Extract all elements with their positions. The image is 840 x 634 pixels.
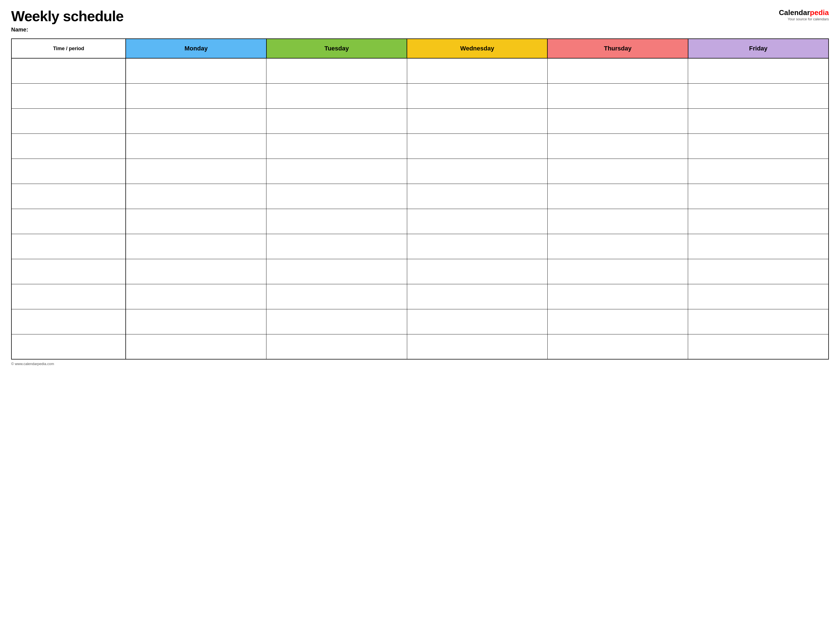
schedule-cell[interactable] — [688, 209, 829, 234]
table-row — [11, 58, 829, 83]
logo-section: Calendarpedia Your source for calendars — [779, 8, 829, 21]
time-cell[interactable] — [11, 83, 126, 109]
schedule-cell[interactable] — [126, 234, 266, 259]
schedule-cell[interactable] — [267, 184, 407, 209]
schedule-cell[interactable] — [547, 234, 688, 259]
schedule-cell[interactable] — [688, 234, 829, 259]
schedule-cell[interactable] — [688, 58, 829, 83]
schedule-cell[interactable] — [407, 159, 547, 184]
time-cell[interactable] — [11, 134, 126, 159]
schedule-cell[interactable] — [688, 83, 829, 109]
schedule-cell[interactable] — [688, 109, 829, 134]
col-header-tuesday: Tuesday — [267, 39, 407, 58]
table-row — [11, 234, 829, 259]
schedule-cell[interactable] — [547, 334, 688, 359]
schedule-cell[interactable] — [547, 109, 688, 134]
col-header-thursday: Thursday — [547, 39, 688, 58]
schedule-cell[interactable] — [688, 259, 829, 284]
time-cell[interactable] — [11, 309, 126, 334]
schedule-cell[interactable] — [407, 83, 547, 109]
schedule-cell[interactable] — [267, 109, 407, 134]
table-row — [11, 334, 829, 359]
logo-pedia: pedia — [810, 8, 829, 17]
schedule-cell[interactable] — [267, 134, 407, 159]
logo-text: Calendarpedia — [779, 8, 829, 17]
table-row — [11, 134, 829, 159]
schedule-cell[interactable] — [547, 309, 688, 334]
name-label: Name: — [11, 27, 123, 33]
schedule-cell[interactable] — [407, 134, 547, 159]
header-row: Time / period Monday Tuesday Wednesday T… — [11, 39, 829, 58]
schedule-cell[interactable] — [688, 159, 829, 184]
schedule-cell[interactable] — [688, 184, 829, 209]
schedule-cell[interactable] — [267, 209, 407, 234]
time-cell[interactable] — [11, 259, 126, 284]
schedule-cell[interactable] — [547, 184, 688, 209]
schedule-cell[interactable] — [126, 334, 266, 359]
schedule-cell[interactable] — [407, 184, 547, 209]
table-header: Time / period Monday Tuesday Wednesday T… — [11, 39, 829, 58]
schedule-cell[interactable] — [407, 284, 547, 309]
schedule-cell[interactable] — [547, 159, 688, 184]
schedule-cell[interactable] — [267, 259, 407, 284]
schedule-cell[interactable] — [688, 284, 829, 309]
schedule-table: Time / period Monday Tuesday Wednesday T… — [11, 38, 829, 360]
schedule-cell[interactable] — [267, 58, 407, 83]
table-row — [11, 259, 829, 284]
schedule-cell[interactable] — [126, 259, 266, 284]
schedule-cell[interactable] — [547, 284, 688, 309]
schedule-cell[interactable] — [547, 83, 688, 109]
schedule-cell[interactable] — [688, 309, 829, 334]
schedule-cell[interactable] — [267, 309, 407, 334]
footer: © www.calendarpedia.com — [11, 362, 829, 366]
schedule-cell[interactable] — [407, 209, 547, 234]
schedule-cell[interactable] — [688, 134, 829, 159]
table-row — [11, 284, 829, 309]
time-cell[interactable] — [11, 159, 126, 184]
table-row — [11, 184, 829, 209]
time-cell[interactable] — [11, 184, 126, 209]
schedule-cell[interactable] — [126, 284, 266, 309]
schedule-cell[interactable] — [688, 334, 829, 359]
schedule-cell[interactable] — [126, 209, 266, 234]
schedule-cell[interactable] — [126, 83, 266, 109]
time-cell[interactable] — [11, 234, 126, 259]
schedule-cell[interactable] — [126, 184, 266, 209]
table-body — [11, 58, 829, 359]
schedule-cell[interactable] — [407, 58, 547, 83]
schedule-cell[interactable] — [547, 209, 688, 234]
logo-tagline: Your source for calendars — [788, 17, 829, 21]
schedule-cell[interactable] — [126, 309, 266, 334]
logo-calendar: Calendar — [779, 8, 810, 17]
schedule-cell[interactable] — [407, 234, 547, 259]
schedule-cell[interactable] — [126, 159, 266, 184]
schedule-cell[interactable] — [407, 109, 547, 134]
schedule-cell[interactable] — [126, 134, 266, 159]
time-cell[interactable] — [11, 58, 126, 83]
schedule-cell[interactable] — [547, 58, 688, 83]
schedule-cell[interactable] — [267, 284, 407, 309]
page-title: Weekly schedule — [11, 8, 123, 24]
time-cell[interactable] — [11, 334, 126, 359]
schedule-cell[interactable] — [126, 109, 266, 134]
schedule-cell[interactable] — [407, 309, 547, 334]
schedule-cell[interactable] — [267, 334, 407, 359]
col-header-friday: Friday — [688, 39, 829, 58]
schedule-cell[interactable] — [267, 234, 407, 259]
schedule-cell[interactable] — [267, 83, 407, 109]
table-row — [11, 309, 829, 334]
table-row — [11, 159, 829, 184]
schedule-cell[interactable] — [126, 58, 266, 83]
time-cell[interactable] — [11, 209, 126, 234]
time-cell[interactable] — [11, 109, 126, 134]
table-row — [11, 109, 829, 134]
schedule-cell[interactable] — [407, 259, 547, 284]
schedule-cell[interactable] — [267, 159, 407, 184]
title-section: Weekly schedule Name: — [11, 8, 123, 33]
schedule-cell[interactable] — [547, 134, 688, 159]
col-header-time: Time / period — [11, 39, 126, 58]
schedule-cell[interactable] — [547, 259, 688, 284]
col-header-wednesday: Wednesday — [407, 39, 547, 58]
time-cell[interactable] — [11, 284, 126, 309]
schedule-cell[interactable] — [407, 334, 547, 359]
